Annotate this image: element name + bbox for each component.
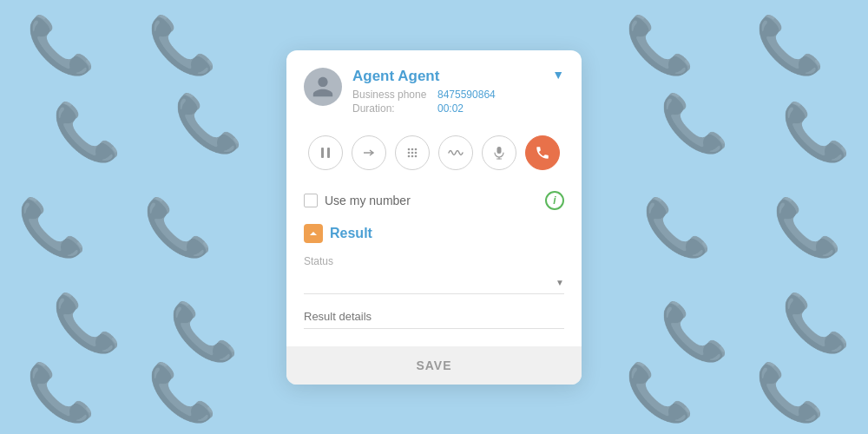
use-number-row: Use my number i — [286, 184, 582, 224]
result-section: Result Status Answered No Answer Busy Fa… — [286, 224, 582, 329]
bg-phone-icon: 📞 — [625, 17, 694, 73]
bg-phone-icon: 📞 — [755, 365, 825, 420]
bg-phone-icon: 📞 — [773, 200, 842, 255]
agent-info: Agent Agent Business phone 8475590864 Du… — [352, 68, 564, 116]
result-title: Result — [330, 226, 372, 241]
use-number-left: Use my number — [304, 194, 411, 207]
svg-point-6 — [411, 151, 414, 154]
avatar — [304, 68, 342, 106]
svg-point-9 — [411, 155, 414, 157]
avatar-icon — [311, 75, 335, 99]
phone-hangup-icon — [535, 145, 550, 161]
duration-row: Duration: 00:02 — [352, 102, 564, 115]
svg-point-5 — [408, 151, 411, 154]
save-button[interactable]: SAVE — [286, 346, 582, 385]
bg-phone-icon: 📞 — [148, 365, 217, 420]
keypad-button[interactable] — [395, 135, 430, 170]
bg-phone-icon: 📞 — [642, 200, 712, 255]
waveform-icon — [448, 145, 464, 161]
status-dropdown-wrapper: Answered No Answer Busy Failed — [304, 271, 564, 294]
svg-point-4 — [415, 148, 418, 150]
pause-icon — [319, 146, 332, 160]
keypad-icon — [405, 146, 419, 160]
controls-row — [286, 127, 582, 184]
status-select[interactable]: Answered No Answer Busy Failed — [304, 271, 564, 294]
svg-rect-11 — [497, 147, 502, 154]
hangup-button[interactable] — [525, 135, 560, 170]
header-dropdown-arrow[interactable]: ▼ — [552, 68, 564, 82]
bg-phone-icon: 📞 — [17, 200, 87, 255]
result-collapse-icon[interactable] — [304, 224, 323, 243]
call-card: Agent Agent Business phone 8475590864 Du… — [286, 50, 582, 385]
mute-button[interactable] — [482, 135, 516, 170]
bg-phone-icon: 📞 — [26, 365, 95, 420]
result-header: Result — [304, 224, 564, 243]
bg-phone-icon: 📞 — [169, 304, 239, 359]
result-details-input[interactable] — [304, 306, 564, 329]
transfer-button[interactable] — [352, 135, 386, 170]
card-header: Agent Agent Business phone 8475590864 Du… — [286, 50, 582, 127]
duration-value: 00:02 — [437, 102, 464, 115]
svg-point-3 — [411, 148, 414, 150]
svg-point-8 — [408, 155, 411, 157]
svg-point-7 — [415, 151, 418, 154]
waveform-button[interactable] — [438, 135, 473, 170]
bg-phone-icon: 📞 — [148, 17, 217, 73]
pause-button[interactable] — [308, 135, 343, 170]
bg-phone-icon: 📞 — [660, 95, 729, 151]
bg-phone-icon: 📞 — [52, 104, 122, 160]
status-label: Status — [304, 255, 564, 267]
bg-phone-icon: 📞 — [755, 17, 825, 73]
transfer-icon — [362, 146, 376, 160]
phone-value: 8475590864 — [437, 89, 496, 101]
duration-label: Duration: — [352, 102, 431, 115]
svg-point-2 — [408, 148, 411, 150]
bg-phone-icon: 📞 — [26, 17, 95, 73]
phone-label: Business phone — [352, 89, 431, 101]
mic-icon — [492, 146, 506, 160]
svg-rect-1 — [327, 148, 330, 158]
chevron-up-icon — [308, 228, 319, 239]
info-icon[interactable]: i — [545, 191, 564, 210]
bg-phone-icon: 📞 — [781, 104, 851, 160]
bg-phone-icon: 📞 — [781, 295, 851, 351]
bg-phone-icon: 📞 — [143, 200, 213, 255]
svg-point-10 — [415, 155, 418, 157]
bg-phone-icon: 📞 — [625, 365, 694, 420]
bg-phone-icon: 📞 — [660, 304, 729, 359]
use-number-checkbox[interactable] — [304, 194, 318, 207]
status-field: Status Answered No Answer Busy Failed — [304, 255, 564, 294]
svg-rect-0 — [321, 148, 324, 158]
phone-row: Business phone 8475590864 — [352, 89, 564, 101]
bg-phone-icon: 📞 — [52, 295, 122, 351]
agent-name: Agent Agent — [352, 68, 564, 85]
bg-phone-icon: 📞 — [174, 95, 243, 151]
use-number-label: Use my number — [325, 194, 411, 207]
result-details-field — [304, 306, 564, 329]
